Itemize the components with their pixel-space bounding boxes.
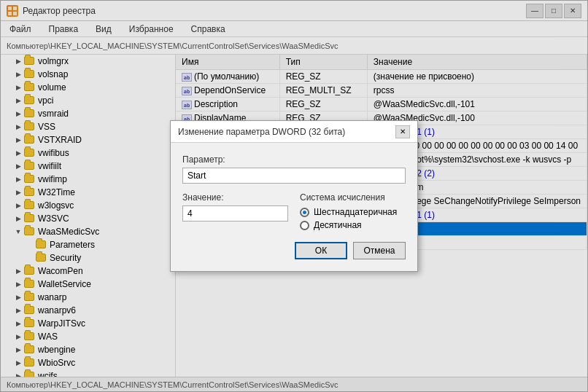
radio-dec-label[interactable]: Десятичная: [300, 220, 406, 230]
radio-hex-circle: [300, 208, 309, 217]
dialog-row: Значение: Система исчисления Шестнадцате…: [182, 192, 406, 230]
radio-hex-text: Шестнадцатеричная: [314, 207, 397, 217]
param-input[interactable]: [182, 168, 406, 184]
radio-dec-circle: [300, 221, 309, 230]
radio-group: Шестнадцатеричная Десятичная: [300, 207, 406, 230]
dialog-close-button[interactable]: ✕: [395, 125, 410, 138]
value-section: Значение:: [182, 192, 288, 230]
radio-dec-text: Десятичная: [314, 220, 362, 230]
dialog-body: Параметр: Значение: Система исчисления Ш…: [171, 143, 417, 271]
dialog-buttons: ОК Отмена: [182, 239, 406, 259]
dword-dialog: Изменение параметра DWORD (32 бита) ✕ Па…: [170, 120, 418, 272]
dialog-overlay: Изменение параметра DWORD (32 бита) ✕ Па…: [1, 1, 587, 391]
dialog-title-bar: Изменение параметра DWORD (32 бита) ✕: [171, 121, 417, 143]
radios-title: Система исчисления: [300, 192, 406, 203]
value-input[interactable]: [182, 205, 288, 222]
radios-section: Система исчисления Шестнадцатеричная Дес…: [300, 192, 406, 230]
radio-hex-label[interactable]: Шестнадцатеричная: [300, 207, 406, 217]
dialog-title: Изменение параметра DWORD (32 бита): [178, 127, 345, 137]
value-label: Значение:: [182, 192, 288, 203]
ok-button[interactable]: ОК: [295, 242, 347, 259]
param-label: Параметр:: [182, 154, 406, 165]
cancel-button[interactable]: Отмена: [353, 242, 406, 259]
main-window: Редактор реестра — □ ✕ Файл Правка Вид И…: [0, 0, 588, 392]
